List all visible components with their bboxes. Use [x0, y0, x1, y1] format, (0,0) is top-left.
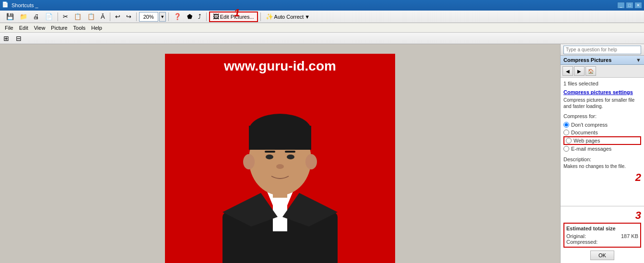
radio-web-pages-label: Web pages	[574, 138, 600, 143]
zoom-input[interactable]: 20%	[139, 12, 158, 22]
edit-pictures-icon: 🖼	[213, 13, 219, 20]
print-button[interactable]: 🖨	[31, 12, 42, 22]
copy-icon: 📋	[74, 13, 82, 20]
original-value: 187 KB	[621, 233, 638, 239]
radio-no-compress-label: Don't compress	[571, 122, 608, 128]
curve-button[interactable]: ⤴	[196, 12, 204, 22]
help-button[interactable]: ❓	[171, 12, 184, 22]
separator3	[136, 12, 137, 21]
view-grid1-button[interactable]: ⊞	[3, 34, 13, 43]
description-text: Makes no changes to the file.	[563, 163, 641, 169]
open-button[interactable]: 📁	[17, 12, 30, 22]
format-button[interactable]: Ā	[98, 12, 107, 22]
compressed-size-row: Compressed:	[566, 239, 638, 245]
separator6	[260, 12, 261, 21]
step2-badge: 2	[563, 171, 641, 184]
ok-button[interactable]: OK	[590, 251, 614, 260]
print2-icon: 📄	[45, 13, 53, 20]
auto-correct-button[interactable]: ✨ Auto Correct ▼	[263, 12, 313, 22]
radio-no-compress-input[interactable]	[563, 122, 569, 128]
svg-point-14	[266, 155, 273, 159]
description-label: Description:	[563, 156, 641, 162]
compress-for-label: Compress for:	[563, 113, 641, 119]
panel-title: Compress Pictures	[563, 57, 611, 63]
paste-button[interactable]: 📋	[85, 12, 97, 22]
separator2	[110, 12, 110, 21]
maximize-button[interactable]: □	[626, 2, 633, 9]
save-button[interactable]: 💾	[4, 12, 16, 22]
radio-web-pages-input[interactable]	[566, 138, 572, 143]
menu-help[interactable]: Help	[88, 24, 105, 31]
radio-email-label: E-mail messages	[571, 146, 611, 152]
undo-icon: ↩	[115, 13, 120, 20]
toolbar-row2: ⊞ ⊟	[0, 33, 644, 44]
cut-button[interactable]: ✂	[60, 12, 70, 22]
compress-settings-link[interactable]: Compress pictures settings	[563, 89, 641, 95]
compressed-label: Compressed:	[566, 239, 597, 245]
radio-email-input[interactable]	[563, 146, 569, 152]
photo-wrapper: www.guru-id.com	[165, 54, 395, 263]
radio-documents-label: Documents	[571, 130, 598, 135]
auto-correct-dropdown-icon: ▼	[304, 14, 310, 20]
view-grid2-button[interactable]: ⊟	[15, 34, 26, 43]
menu-tools[interactable]: Tools	[70, 24, 89, 31]
minimize-button[interactable]: _	[617, 2, 625, 9]
panel-close-button[interactable]: ▼	[636, 57, 641, 63]
estimated-size-box: Estimated total size Original: 187 KB Co…	[563, 223, 641, 248]
undo-button[interactable]: ↩	[113, 12, 123, 22]
print2-button[interactable]: 📄	[43, 12, 55, 22]
description-section: Description: Makes no changes to the fil…	[563, 156, 641, 169]
svg-point-13	[305, 154, 317, 169]
view-grid2-icon: ⊟	[16, 35, 22, 42]
copy-button[interactable]: 📋	[71, 12, 84, 22]
step3-badge: 3	[563, 209, 641, 222]
title-text: Shortcuts _	[12, 2, 38, 8]
auto-correct-icon: ✨	[266, 13, 273, 20]
help-input[interactable]	[563, 46, 641, 54]
radio-documents: Documents	[563, 129, 641, 136]
format-icon: Ā	[101, 13, 105, 20]
title-bar: 📄 Shortcuts _ _ □ ✕	[0, 0, 644, 11]
title-controls: _ □ ✕	[617, 2, 642, 9]
save-icon: 💾	[6, 13, 14, 20]
svg-point-15	[287, 155, 294, 159]
menu-view[interactable]: View	[31, 24, 48, 31]
estimated-title: Estimated total size	[566, 226, 638, 231]
panel-body: 1 files selected Compress pictures setti…	[561, 78, 644, 206]
menu-file[interactable]: File	[2, 24, 16, 31]
menu-picture[interactable]: Picture	[48, 24, 70, 31]
person-illustration	[199, 78, 362, 263]
help-bar	[561, 44, 644, 56]
shapes-button[interactable]: ⬟	[185, 12, 195, 22]
nav-back-button[interactable]: ◀	[562, 66, 573, 76]
edit-pictures-button[interactable]: 🖼 Edit Pictures...	[209, 12, 258, 22]
nav-home-button[interactable]: 🏠	[585, 66, 596, 76]
menubar: File Edit View Picture Tools Help	[0, 23, 644, 33]
nav-forward-button[interactable]: ▶	[574, 66, 585, 76]
svg-point-12	[243, 154, 255, 169]
files-selected-text: 1 files selected	[563, 81, 641, 86]
app-icon: 📄	[2, 1, 10, 9]
canvas-area: www.guru-id.com	[0, 44, 560, 263]
radio-documents-input[interactable]	[563, 130, 569, 135]
separator4	[168, 12, 169, 21]
shapes-icon: ⬟	[187, 13, 192, 20]
svg-rect-11	[249, 126, 311, 150]
curve-icon: ⤴	[198, 13, 201, 20]
panel-header: Compress Pictures ▼	[561, 56, 644, 65]
menu-edit[interactable]: Edit	[16, 24, 31, 31]
separator1	[58, 12, 58, 21]
radio-no-compress: Don't compress	[563, 121, 641, 129]
redo-icon: ↪	[126, 13, 131, 20]
original-size-row: Original: 187 KB	[566, 233, 638, 239]
main-layout: www.guru-id.com	[0, 44, 644, 263]
close-button[interactable]: ✕	[634, 2, 642, 9]
zoom-box: 20% ▼	[139, 12, 166, 22]
open-icon: 📁	[20, 13, 27, 20]
zoom-dropdown[interactable]: ▼	[159, 12, 166, 22]
svg-rect-3	[273, 193, 287, 231]
redo-button[interactable]: ↪	[124, 12, 134, 22]
compress-options: Don't compress Documents Web pages E-mai…	[563, 121, 641, 153]
svg-rect-16	[265, 151, 275, 153]
toolbar-row1: 💾 📁 🖨 📄 ✂ 📋 📋 Ā ↩ ↪ 20% ▼ ❓ ⬟ ⤴ 🖼 Edit P…	[0, 11, 644, 23]
